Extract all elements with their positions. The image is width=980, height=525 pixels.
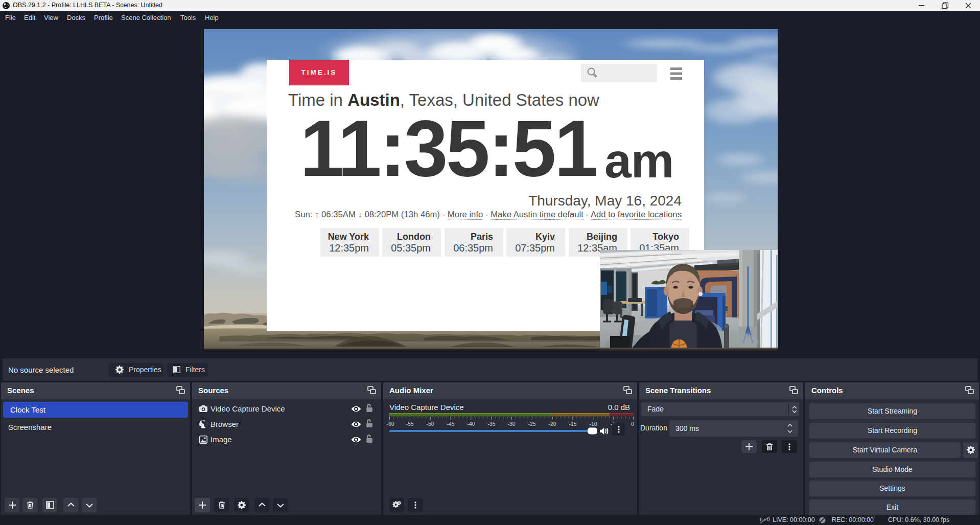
svg-text:-45: -45 <box>447 421 454 427</box>
svg-text:-40: -40 <box>467 421 475 427</box>
svg-text:-25: -25 <box>528 421 535 427</box>
svg-text:-50: -50 <box>426 421 434 427</box>
svg-text:0: 0 <box>631 421 634 427</box>
svg-text:-10: -10 <box>589 421 597 427</box>
svg-text:-60: -60 <box>386 421 394 427</box>
svg-text:-30: -30 <box>507 421 515 427</box>
svg-text:-55: -55 <box>406 421 413 427</box>
svg-text:-15: -15 <box>569 421 576 427</box>
svg-text:-20: -20 <box>548 421 556 427</box>
svg-text:-35: -35 <box>487 421 495 427</box>
